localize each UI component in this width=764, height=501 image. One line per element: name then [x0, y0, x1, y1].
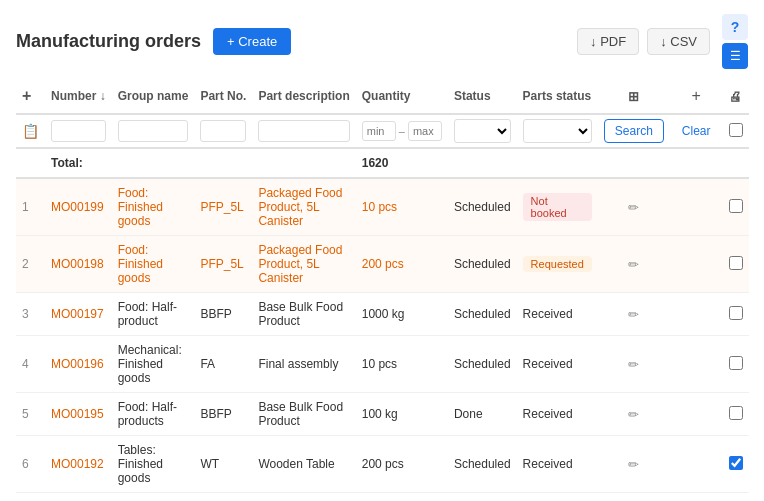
col-settings-icon: ⊞ [628, 89, 639, 104]
row-checkbox[interactable] [729, 356, 743, 370]
edit-icon[interactable]: ✏ [628, 200, 639, 215]
row-checkbox-cell [723, 293, 749, 336]
row-checkbox[interactable] [729, 406, 743, 420]
row-index: 5 [16, 393, 45, 436]
status-badge: Not booked [523, 193, 592, 221]
col-print-icon: 🖨 [729, 89, 742, 104]
row-edit-cell: ✏ [598, 493, 670, 502]
table-row: 1MO00199Food: Finished goodsPFP_5LPackag… [16, 178, 749, 236]
row-index: 1 [16, 178, 45, 236]
row-checkbox[interactable] [729, 306, 743, 320]
mo-number-link[interactable]: MO00192 [51, 457, 104, 471]
search-button[interactable]: Search [604, 119, 664, 143]
row-part-no: PFP_5L [194, 236, 252, 293]
edit-icon[interactable]: ✏ [628, 257, 639, 272]
row-number[interactable]: MO00196 [45, 336, 112, 393]
row-number[interactable]: MO00195 [45, 393, 112, 436]
row-edit-cell: ✏ [598, 336, 670, 393]
qty-min-input[interactable] [362, 121, 396, 141]
row-checkbox-cell [723, 236, 749, 293]
th-part-no[interactable]: Part No. [194, 79, 252, 114]
filter-group-input[interactable] [118, 120, 189, 142]
row-status: Done [448, 493, 517, 502]
row-col-add [670, 393, 723, 436]
filter-parts-status-select[interactable]: Received Not booked Requested [523, 119, 592, 143]
th-number[interactable]: Number ↓ [45, 79, 112, 114]
th-status-label: Status [454, 89, 491, 103]
row-parts-status: Received [517, 436, 598, 493]
csv-button[interactable]: ↓ CSV [647, 28, 710, 55]
row-group-name: Food: Half-products [112, 393, 195, 436]
th-col-settings[interactable]: ⊞ [598, 79, 670, 114]
th-status[interactable]: Status [448, 79, 517, 114]
clear-button[interactable]: Clear [676, 120, 717, 142]
row-col-add [670, 178, 723, 236]
top-bar-right: ↓ PDF ↓ CSV ? ☰ [577, 14, 748, 69]
mo-number-link[interactable]: MO00196 [51, 357, 104, 371]
row-status: Scheduled [448, 236, 517, 293]
filter-status-select[interactable]: Scheduled Done [454, 119, 511, 143]
row-part-no: BBFP [194, 393, 252, 436]
filter-number-input[interactable] [51, 120, 106, 142]
row-group-name: Food: Finished goods [112, 236, 195, 293]
row-part-description: Wooden Table [252, 493, 355, 502]
row-part-no: WT [194, 493, 252, 502]
table-row: 3MO00197Food: Half-productBBFPBase Bulk … [16, 293, 749, 336]
table-row: 7MO00191Tables: Finished goodsWTWooden T… [16, 493, 749, 502]
top-bar: Manufacturing orders + Create ↓ PDF ↓ CS… [0, 0, 764, 79]
row-number[interactable]: MO00191 [45, 493, 112, 502]
create-button[interactable]: + Create [213, 28, 291, 55]
row-number[interactable]: MO00198 [45, 236, 112, 293]
edit-icon[interactable]: ✏ [628, 407, 639, 422]
table-body: 1MO00199Food: Finished goodsPFP_5LPackag… [16, 178, 749, 501]
row-number[interactable]: MO00192 [45, 436, 112, 493]
edit-icon[interactable]: ✏ [628, 357, 639, 372]
bookmark-icon-btn[interactable]: ☰ [722, 43, 748, 69]
help-icon-btn[interactable]: ? [722, 14, 748, 40]
th-part-description[interactable]: Part description [252, 79, 355, 114]
row-checkbox-cell [723, 436, 749, 493]
edit-icon[interactable]: ✏ [628, 457, 639, 472]
th-add[interactable]: + [16, 79, 45, 114]
th-parts-status[interactable]: Parts status [517, 79, 598, 114]
th-parts-status-label: Parts status [523, 89, 592, 103]
row-quantity: 100 pcs [356, 493, 448, 502]
row-index: 7 [16, 493, 45, 502]
filter-part-desc-input[interactable] [258, 120, 349, 142]
filter-check-cell [723, 114, 749, 148]
th-col-add[interactable]: + [670, 79, 723, 114]
filter-parts-status-cell: Received Not booked Requested [517, 114, 598, 148]
table-header-row: + Number ↓ Group name Part No. Part desc… [16, 79, 749, 114]
row-status: Scheduled [448, 436, 517, 493]
th-col-print[interactable]: 🖨 [723, 79, 749, 114]
table-row: 5MO00195Food: Half-productsBBFPBase Bulk… [16, 393, 749, 436]
qty-max-input[interactable] [408, 121, 442, 141]
row-number[interactable]: MO00199 [45, 178, 112, 236]
total-value-cell: 1620 [356, 148, 448, 178]
filter-master-checkbox[interactable] [729, 123, 743, 137]
row-checkbox[interactable] [729, 456, 743, 470]
qty-range: – [362, 121, 442, 141]
mo-number-link[interactable]: MO00195 [51, 407, 104, 421]
bookmark-icon: ☰ [730, 49, 741, 63]
edit-icon[interactable]: ✏ [628, 307, 639, 322]
mo-number-link[interactable]: MO00199 [51, 200, 104, 214]
th-group-name-label: Group name [118, 89, 189, 103]
th-group-name[interactable]: Group name [112, 79, 195, 114]
row-group-name: Mechanical: Finished goods [112, 336, 195, 393]
row-number[interactable]: MO00197 [45, 293, 112, 336]
filter-add-cell: 📋 [16, 114, 45, 148]
row-part-no: PFP_5L [194, 178, 252, 236]
filter-part-no-input[interactable] [200, 120, 246, 142]
mo-number-link[interactable]: MO00197 [51, 307, 104, 321]
mo-number-link[interactable]: MO00198 [51, 257, 104, 271]
th-part-no-label: Part No. [200, 89, 246, 103]
row-part-description: Wooden Table [252, 436, 355, 493]
th-quantity[interactable]: Quantity [356, 79, 448, 114]
row-checkbox[interactable] [729, 256, 743, 270]
pdf-button[interactable]: ↓ PDF [577, 28, 639, 55]
qty-dash: – [399, 125, 405, 137]
row-group-name: Tables: Finished goods [112, 493, 195, 502]
filter-add-icon: 📋 [22, 123, 39, 139]
row-checkbox[interactable] [729, 199, 743, 213]
